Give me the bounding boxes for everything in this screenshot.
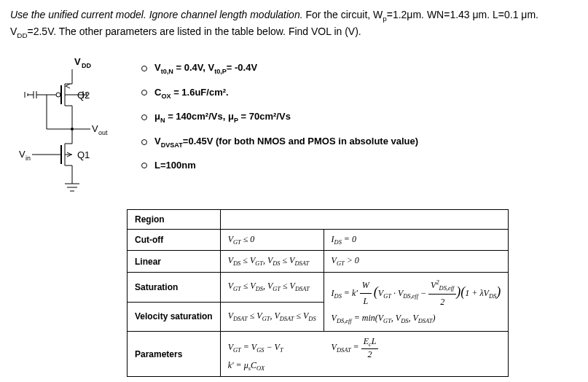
table-row: Saturation VGT ≤ VDS, VGT ≤ VDSAT IDS = … bbox=[128, 272, 509, 302]
region-table: Region Cut-off VGT ≤ 0 IDS = 0 Linear VD… bbox=[127, 209, 509, 377]
param-vdsat: VDVSAT=0.45V (for both NMOS and PMOS in … bbox=[141, 136, 418, 149]
svg-text:V: V bbox=[74, 56, 81, 67]
svg-text:V: V bbox=[92, 123, 98, 134]
table-row: Parameters VGT = VGS − VT VDSAT = EcL2 k… bbox=[128, 332, 509, 377]
bullet-icon bbox=[141, 66, 147, 71]
svg-text:DD: DD bbox=[82, 62, 91, 69]
bullet-icon bbox=[141, 139, 147, 145]
svg-text:out: out bbox=[98, 129, 108, 136]
svg-text:V: V bbox=[19, 149, 26, 160]
param-l: L=100nm bbox=[141, 160, 418, 171]
table-header-region: Region bbox=[128, 209, 221, 229]
svg-text:Q1: Q1 bbox=[77, 149, 90, 160]
problem-statement: Use the unified current model. Ignore ch… bbox=[10, 7, 578, 42]
instruction-italic: Use the unified current model. Ignore ch… bbox=[10, 9, 303, 20]
table-row: Cut-off VGT ≤ 0 IDS = 0 bbox=[128, 229, 509, 250]
svg-text:in: in bbox=[26, 155, 31, 162]
parameter-list: Vt0,N = 0.4V, Vt0,P= -0.4V COX = 1.6uF/c… bbox=[141, 56, 418, 182]
bullet-icon bbox=[141, 114, 147, 120]
param-cox: COX = 1.6uF/cm². bbox=[141, 87, 418, 100]
bullet-icon bbox=[141, 163, 147, 168]
svg-text:Q2: Q2 bbox=[77, 90, 90, 101]
bullet-icon bbox=[141, 90, 147, 96]
param-vt0: Vt0,N = 0.4V, Vt0,P= -0.4V bbox=[141, 62, 418, 75]
param-mu: μN = 140cm²/Vs, μP = 70cm²/Vs bbox=[141, 111, 418, 124]
circuit-diagram: V DD Q2 bbox=[10, 56, 127, 209]
svg-point-8 bbox=[56, 93, 60, 97]
table-row: Linear VDS ≤ VGT, VDS ≤ VDSAT VGT > 0 bbox=[128, 251, 509, 272]
